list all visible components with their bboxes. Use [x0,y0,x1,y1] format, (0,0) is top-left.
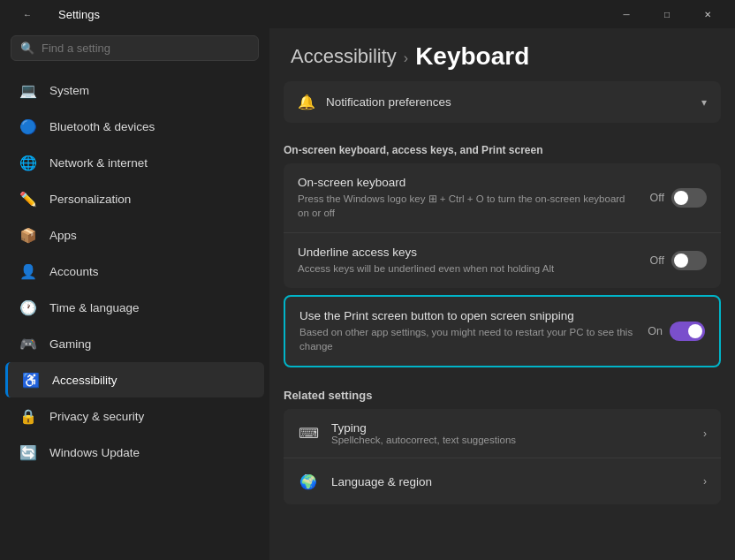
language-title: Language & region [331,475,432,488]
underline_access_keys-desc: Access keys will be underlined even when… [298,261,636,276]
on-screen-card: On-screen keyboard Press the Windows log… [284,163,721,288]
sidebar-label-apps: Apps [49,229,77,242]
sidebar: 🔍 💻 System 🔵 Bluetooth & devices 🌐 Netwo… [0,28,269,560]
app-body: 🔍 💻 System 🔵 Bluetooth & devices 🌐 Netwo… [0,28,735,560]
sidebar-label-bluetooth: Bluetooth & devices [49,120,155,133]
search-input[interactable] [42,42,249,55]
accounts-icon: 👤 [19,262,37,280]
related-item-language[interactable]: 🌍 Language & region › [284,458,721,504]
notification-bell-icon: 🔔 [298,94,315,110]
print-screen-desc: Based on other app settings, you might n… [299,325,633,353]
breadcrumb-chevron: › [404,50,408,66]
sidebar-label-accessibility: Accessibility [52,374,117,387]
system-icon: 💻 [19,81,37,99]
related-header: Related settings [269,375,735,409]
underline_access_keys-state: Off [650,254,664,267]
bluetooth-icon: 🔵 [19,117,37,135]
underline_access_keys-title: Underline access keys [298,246,636,259]
related-section: ⌨ Typing Spellcheck, autocorrect, text s… [284,409,721,504]
breadcrumb: Accessibility › Keyboard [269,28,735,81]
breadcrumb-parent: Accessibility [291,45,397,68]
print-screen-state: On [648,325,663,337]
search-box[interactable]: 🔍 [11,35,259,61]
sidebar-item-apps[interactable]: 📦 Apps [5,217,264,253]
notification-row[interactable]: 🔔 Notification preferences ▾ [284,81,721,123]
sidebar-item-personalization[interactable]: ✏️ Personalization [5,181,264,216]
privacy-icon: 🔒 [19,407,37,425]
on_screen_keyboard-row: On-screen keyboard Press the Windows log… [284,163,721,232]
gaming-icon: 🎮 [19,335,37,352]
related-item-typing[interactable]: ⌨ Typing Spellcheck, autocorrect, text s… [284,409,721,458]
on_screen_keyboard-toggle[interactable] [671,188,707,208]
sidebar-label-system: System [49,84,89,97]
sidebar-label-update: Windows Update [49,446,140,459]
sidebar-label-privacy: Privacy & security [49,410,144,423]
sidebar-label-accounts: Accounts [49,265,99,278]
language-icon: 🌍 [298,471,319,492]
on_screen_keyboard-title: On-screen keyboard [298,176,636,189]
sidebar-item-gaming[interactable]: 🎮 Gaming [5,326,264,361]
print-screen-toggle[interactable] [670,322,705,341]
close-button[interactable]: ✕ [687,0,728,28]
print-screen-row: Use the Print screen button to open scre… [285,297,719,366]
sidebar-label-network: Network & internet [49,156,148,170]
accessibility-icon: ♿ [22,371,40,389]
sidebar-item-network[interactable]: 🌐 Network & internet [5,145,264,180]
titlebar: ← Settings ─ □ ✕ [0,0,735,28]
search-icon: 🔍 [20,42,34,55]
underline_access_keys-row: Underline access keys Access keys will b… [284,232,721,288]
sidebar-item-privacy[interactable]: 🔒 Privacy & security [5,398,264,434]
sidebar-item-update[interactable]: 🔄 Windows Update [5,435,264,470]
typing-chevron-icon: › [703,428,707,440]
nav-list: 💻 System 🔵 Bluetooth & devices 🌐 Network… [0,72,269,471]
sidebar-item-time[interactable]: 🕐 Time & language [5,290,264,325]
typing-icon: ⌨ [298,423,319,444]
underline_access_keys-toggle[interactable] [671,251,707,270]
print-screen-card: Use the Print screen button to open scre… [284,295,721,367]
network-icon: 🌐 [19,154,37,171]
sidebar-item-accessibility[interactable]: ♿ Accessibility [5,362,264,397]
update-icon: 🔄 [19,443,37,461]
typing-title: Typing [331,421,516,435]
print-screen-title: Use the Print screen button to open scre… [299,309,633,322]
personalization-icon: ✏️ [19,190,37,208]
maximize-button[interactable]: □ [647,0,687,28]
sidebar-item-system[interactable]: 💻 System [5,72,264,108]
window-controls: ─ □ ✕ [606,0,728,28]
app-title: Settings [58,8,100,21]
language-chevron-icon: › [703,475,707,488]
notification-chevron-icon: ▾ [701,96,707,109]
sidebar-item-accounts[interactable]: 👤 Accounts [5,254,264,289]
typing-desc: Spellcheck, autocorrect, text suggestion… [331,435,516,445]
sidebar-item-bluetooth[interactable]: 🔵 Bluetooth & devices [5,109,264,144]
apps-icon: 📦 [19,226,37,244]
notification-card: 🔔 Notification preferences ▾ [284,81,721,123]
on-screen-section-header: On-screen keyboard, access keys, and Pri… [269,130,735,163]
time-icon: 🕐 [19,299,37,316]
notification-label: Notification preferences [326,95,451,109]
sidebar-label-gaming: Gaming [49,337,91,351]
sidebar-label-personalization: Personalization [49,193,131,206]
titlebar-left: ← Settings [7,0,100,28]
on_screen_keyboard-desc: Press the Windows logo key ⊞ + Ctrl + O … [298,192,636,220]
on_screen_keyboard-state: Off [650,192,664,204]
minimize-button[interactable]: ─ [606,0,647,28]
sidebar-label-time: Time & language [49,301,140,314]
breadcrumb-current: Keyboard [415,42,529,71]
main-content: Accessibility › Keyboard 🔔 Notification … [269,28,735,560]
back-button[interactable]: ← [7,0,48,28]
